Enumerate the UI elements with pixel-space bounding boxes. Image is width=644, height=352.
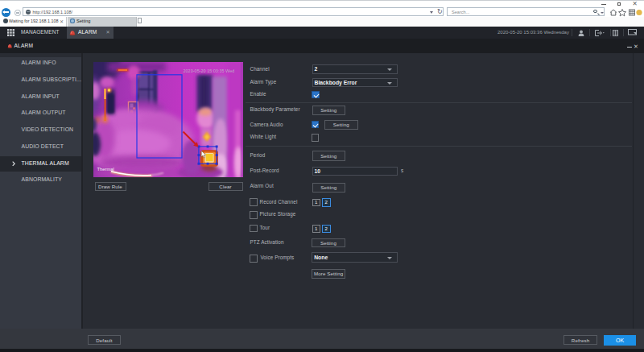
svg-text:2020-05-20 15:03:35 Wed: 2020-05-20 15:03:35 Wed xyxy=(184,68,235,73)
svg-text:Thermal: Thermal xyxy=(97,167,114,172)
